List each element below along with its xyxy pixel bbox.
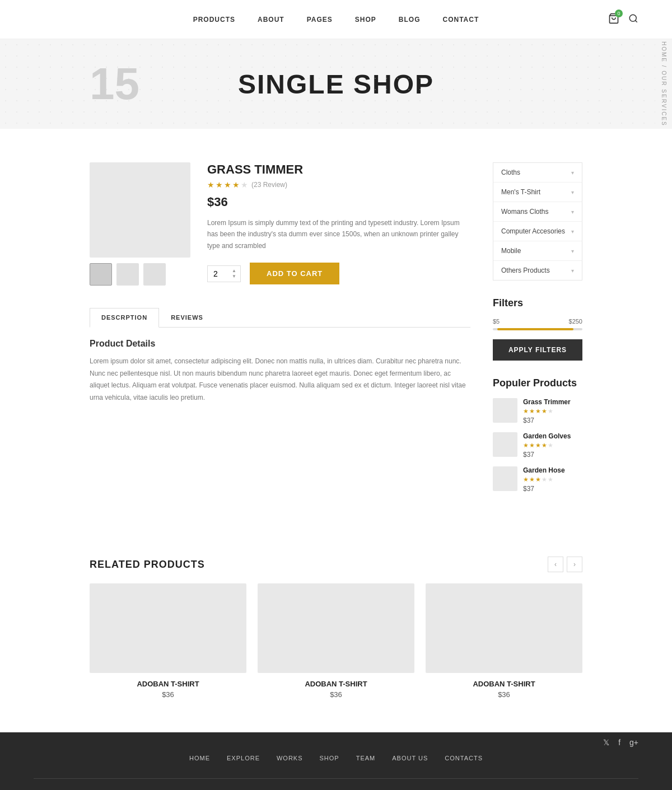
nav-shop[interactable]: SHOP (355, 16, 376, 24)
product-title: GRASS TIMMER (207, 162, 470, 177)
related-product-price-2: $36 (258, 690, 414, 699)
pstar-1-2: ★ (529, 408, 535, 415)
category-womans-cloths[interactable]: Womans Cloths ▾ (493, 202, 582, 222)
pstar-1-5: ★ (548, 408, 553, 415)
price-max: $250 (569, 318, 582, 325)
popular-product-name-2: Garden Golves (523, 432, 571, 440)
product-price: $36 (207, 195, 470, 209)
pstar-2-4: ★ (542, 442, 547, 449)
footer-nav-home[interactable]: HOME (189, 755, 210, 761)
popular-product-name-1: Grass Trimmer (523, 398, 571, 406)
related-product-1[interactable]: ADOBAN T-SHIRT $36 (90, 583, 246, 699)
chevron-down-icon-2: ▾ (571, 189, 574, 195)
popular-product-image-3 (493, 466, 517, 491)
footer-nav-works[interactable]: WORKS (277, 755, 303, 761)
quantity-arrows: ▲ ▼ (230, 268, 238, 279)
footer: HOME EXPLORE WORKS SHOP TEAM ABOUT US CO… (0, 732, 672, 790)
chevron-down-icon: ▾ (571, 170, 574, 176)
pstar-3-3: ★ (535, 476, 541, 483)
category-computer[interactable]: Computer Accesories ▾ (493, 222, 582, 241)
nav-pages[interactable]: PAGES (307, 16, 333, 24)
category-cloths[interactable]: Cloths ▾ (493, 163, 582, 183)
chevron-down-icon-6: ▾ (571, 268, 574, 274)
related-product-name-2: ADOBAN T-SHIRT (258, 680, 414, 688)
related-product-price-3: $36 (426, 690, 582, 699)
qty-up-arrow[interactable]: ▲ (230, 268, 238, 274)
thumbnail-2[interactable] (116, 263, 139, 286)
footer-nav-explore[interactable]: EXPLORE (227, 755, 260, 761)
category-others[interactable]: Others Products ▾ (493, 261, 582, 280)
product-description: Lorem Ipsum is simply dummy text of the … (207, 217, 470, 251)
star-1: ★ (207, 180, 214, 189)
cart-badge: 0 (615, 10, 623, 17)
category-mens-label: Men's T-Shirt (501, 188, 540, 196)
related-grid: ADOBAN T-SHIRT $36 ADOBAN T-SHIRT $36 AD… (90, 583, 582, 699)
popular-products: Populer Products Grass Trimmer ★ ★ ★ ★ ★… (493, 377, 582, 493)
pstar-1-4: ★ (542, 408, 547, 415)
quantity-input[interactable] (208, 266, 230, 282)
hero-breadcrumb: HOME / OUR SERVICES (661, 41, 667, 127)
category-mens-tshirt[interactable]: Men's T-Shirt ▾ (493, 183, 582, 202)
nav-products[interactable]: PRODUCTS (193, 16, 235, 24)
pstar-3-5: ★ (548, 476, 553, 483)
twitter-icon[interactable]: 𝕏 (603, 738, 609, 747)
category-mobile[interactable]: Mobile ▾ (493, 241, 582, 261)
pstar-2-5: ★ (548, 442, 553, 449)
google-plus-icon[interactable]: g+ (629, 738, 638, 747)
popular-product-3[interactable]: Garden Hose ★ ★ ★ ★ ★ $37 (493, 466, 582, 493)
popular-product-price-3: $37 (523, 485, 565, 493)
hero-banner: 15 SINGLE SHOP HOME / OUR SERVICES (0, 39, 672, 129)
related-next-button[interactable]: › (567, 557, 582, 572)
tab-description[interactable]: DESCRPTION (90, 308, 159, 328)
footer-nav-contacts[interactable]: CONTACTS (445, 755, 483, 761)
product-thumbnails (90, 263, 190, 286)
popular-product-2[interactable]: Garden Golves ★ ★ ★ ★ ★ $37 (493, 432, 582, 459)
header: PRODUCTS ABOUT PAGES SHOP BLOG CONTACT 0 (0, 0, 672, 39)
footer-nav-team[interactable]: TEAM (356, 755, 376, 761)
chevron-down-icon-5: ▾ (571, 248, 574, 254)
footer-social-icons: 𝕏 f g+ (603, 738, 638, 747)
product-info: GRASS TIMMER ★ ★ ★ ★ ★ (23 Review) $36 L… (207, 162, 470, 286)
apply-filters-button[interactable]: APPLY FILTERS (493, 339, 582, 361)
price-range-bar[interactable] (493, 328, 582, 330)
related-prev-button[interactable]: ‹ (548, 557, 563, 572)
facebook-icon[interactable]: f (618, 738, 620, 747)
thumbnail-3[interactable] (143, 263, 166, 286)
product-section: GRASS TIMMER ★ ★ ★ ★ ★ (23 Review) $36 L… (90, 162, 470, 501)
related-title: RELATED PRODUCTS (90, 559, 205, 571)
footer-nav-shop[interactable]: SHOP (320, 755, 339, 761)
footer-nav-about[interactable]: ABOUT US (392, 755, 428, 761)
cart-button[interactable]: 0 (608, 13, 619, 26)
star-4: ★ (232, 180, 240, 189)
product-tabs: DESCRPTION REVIEWS (90, 308, 470, 328)
header-icons: 0 (608, 13, 638, 26)
nav-blog[interactable]: BLOG (399, 16, 421, 24)
thumbnail-1[interactable] (90, 263, 112, 286)
related-product-price-1: $36 (90, 690, 246, 699)
qty-down-arrow[interactable]: ▼ (230, 274, 238, 279)
star-2: ★ (216, 180, 223, 189)
add-to-cart-button[interactable]: ADD TO CART (250, 263, 339, 284)
nav-about[interactable]: ABOUT (258, 16, 284, 24)
popular-product-1[interactable]: Grass Trimmer ★ ★ ★ ★ ★ $37 (493, 398, 582, 424)
related-product-image-2 (258, 583, 414, 673)
related-product-3[interactable]: ADOBAN T-SHIRT $36 (426, 583, 582, 699)
pstar-3-1: ★ (523, 476, 529, 483)
chevron-down-icon-3: ▾ (571, 209, 574, 215)
nav-contact[interactable]: CONTACT (443, 16, 479, 24)
related-product-2[interactable]: ADOBAN T-SHIRT $36 (258, 583, 414, 699)
hero-title: SINGLE SHOP (238, 69, 434, 100)
pstar-1-3: ★ (535, 408, 541, 415)
search-button[interactable] (628, 13, 638, 26)
star-5: ★ (241, 180, 248, 189)
footer-nav: HOME EXPLORE WORKS SHOP TEAM ABOUT US CO… (34, 755, 638, 761)
search-icon (628, 13, 638, 24)
related-product-image-1 (90, 583, 246, 673)
product-rating: ★ ★ ★ ★ ★ (23 Review) (207, 180, 470, 189)
product-main-image (90, 162, 190, 258)
product-stars: ★ ★ ★ ★ ★ (207, 180, 248, 189)
popular-product-info-1: Grass Trimmer ★ ★ ★ ★ ★ $37 (523, 398, 571, 424)
tab-reviews[interactable]: REVIEWS (159, 308, 215, 327)
hero-number: 15 (90, 62, 139, 106)
svg-point-1 (629, 15, 636, 21)
